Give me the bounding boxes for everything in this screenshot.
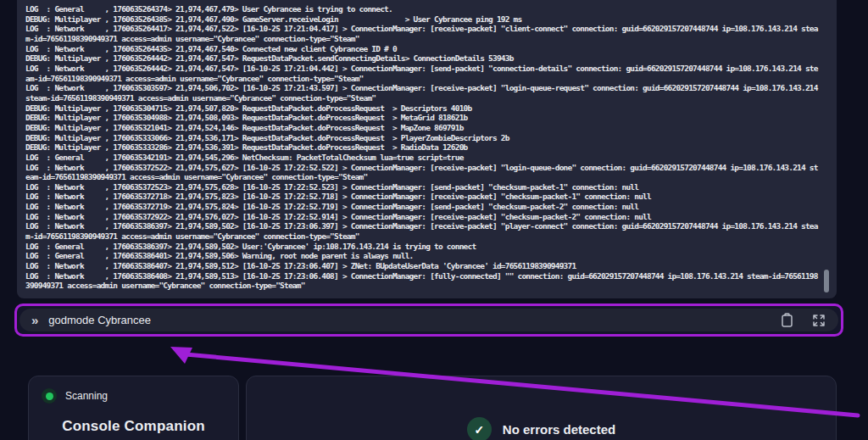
scanning-status-icon bbox=[42, 388, 57, 404]
command-input-pill[interactable]: » bbox=[19, 309, 838, 331]
command-input[interactable] bbox=[48, 314, 762, 326]
no-errors-label: No errors detected bbox=[503, 422, 615, 437]
green-dot-icon bbox=[46, 393, 53, 400]
error-status-card: ✓ No errors detected bbox=[246, 376, 837, 440]
check-icon: ✓ bbox=[467, 417, 492, 440]
console-companion-title: Console Companion bbox=[29, 418, 238, 435]
console-output-panel[interactable]: LOG : General , 1760635264374> 21,974,46… bbox=[17, 0, 837, 298]
console-log-text: LOG : General , 1760635264374> 21,974,46… bbox=[25, 4, 821, 291]
scanning-status-row: Scanning bbox=[29, 376, 238, 404]
expand-icon[interactable] bbox=[811, 313, 826, 328]
command-input-container: » bbox=[14, 304, 843, 337]
scrollbar-thumb[interactable] bbox=[824, 270, 829, 292]
no-errors-row: ✓ No errors detected bbox=[247, 417, 836, 440]
scanning-status-label: Scanning bbox=[65, 390, 108, 402]
clipboard-icon[interactable] bbox=[779, 313, 794, 328]
prompt-chevrons-icon: » bbox=[31, 314, 38, 326]
console-companion-card: Scanning Console Companion bbox=[28, 376, 239, 440]
